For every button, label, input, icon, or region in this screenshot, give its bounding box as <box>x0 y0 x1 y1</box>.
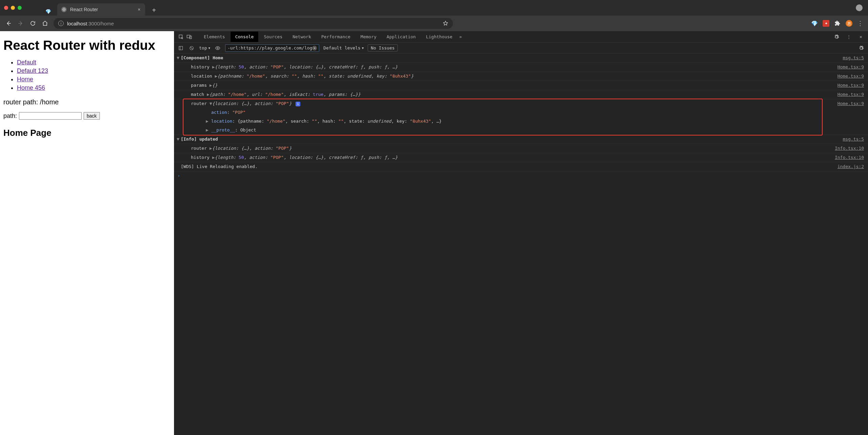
tab-close-icon[interactable]: × <box>138 7 140 12</box>
page-subtitle: Home Page <box>3 128 171 138</box>
browser-tab-active[interactable]: React Router × <box>57 3 145 16</box>
source-link[interactable]: msg.ts:5 <box>839 136 864 143</box>
log-row-expanded[interactable]: router ▼{location: {…}, action: "POP"} i… <box>174 99 868 108</box>
list-item: Default 123 <box>17 67 171 75</box>
source-link[interactable]: Home.tsx:9 <box>834 100 864 107</box>
url-text: localhost:3000/home <box>67 21 114 26</box>
log-label: match <box>191 92 204 97</box>
chrome-menu-icon[interactable]: ⋮ <box>857 20 863 27</box>
log-group-header[interactable]: ▼ [Info] updated msg.ts:5 <box>174 135 868 144</box>
console-log-area[interactable]: ▼ [Component] Home msg.ts:5 history ▶{le… <box>174 54 868 435</box>
rendered-page: React Router with redux Default Default … <box>0 31 174 435</box>
tab-lighthouse[interactable]: Lighthouse <box>421 32 457 42</box>
device-toolbar-icon[interactable] <box>186 33 193 41</box>
page-title: React Router with redux <box>3 38 171 53</box>
content-split: React Router with redux Default Default … <box>0 31 868 435</box>
devtools-close-icon[interactable]: ✕ <box>857 33 865 41</box>
source-link[interactable]: Info.tsx:10 <box>831 154 864 161</box>
devtools-menu-icon[interactable]: ⋮ <box>845 33 852 41</box>
extensions-puzzle-icon[interactable] <box>834 20 841 27</box>
log-row[interactable]: location ▶{pathname: "/home", search: ""… <box>174 72 868 81</box>
tab-network[interactable]: Network <box>288 32 316 42</box>
execution-context-selector[interactable]: top ▼ <box>199 45 210 50</box>
list-item: Default <box>17 59 171 66</box>
address-bar[interactable]: i localhost:3000/home <box>53 18 453 29</box>
minimize-window-button[interactable] <box>11 6 15 10</box>
extension-red-icon[interactable]: ✦ <box>823 20 829 27</box>
home-button[interactable] <box>41 20 49 27</box>
tab-performance[interactable]: Performance <box>317 32 355 42</box>
more-tabs-icon[interactable]: » <box>459 34 462 39</box>
log-text: [WDS] Live Reloading enabled. <box>181 164 258 169</box>
titlebar: 💎 React Router × + <box>0 0 868 16</box>
log-label: router <box>191 101 207 106</box>
clear-filter-icon[interactable]: ✕ <box>312 46 317 50</box>
link-default-123[interactable]: Default 123 <box>17 67 48 74</box>
back-button[interactable] <box>5 20 12 27</box>
svg-point-6 <box>217 47 218 49</box>
path-label: path: <box>3 112 17 120</box>
extension-gem-icon[interactable]: 💎 <box>811 20 818 27</box>
site-info-icon[interactable]: i <box>58 21 64 26</box>
console-prompt[interactable]: › <box>174 171 868 180</box>
tab-title: React Router <box>70 7 134 12</box>
log-label: params <box>191 83 207 88</box>
devtools-settings-icon[interactable] <box>833 33 840 41</box>
forward-button[interactable] <box>17 20 24 27</box>
tab-elements[interactable]: Elements <box>199 32 230 42</box>
info-badge-icon[interactable]: i <box>296 102 300 106</box>
log-row[interactable]: [WDS] Live Reloading enabled. index.js:2 <box>174 162 868 171</box>
log-row-detail[interactable]: action: "POP" <box>174 108 868 117</box>
pinned-tab-gem-icon[interactable]: 💎 <box>45 9 51 14</box>
window-controls <box>4 6 22 10</box>
live-expression-icon[interactable] <box>214 45 221 51</box>
profile-avatar-icon[interactable] <box>856 4 863 11</box>
close-window-button[interactable] <box>4 6 8 10</box>
console-toolbar: top ▼ -url:https://play.google.com/log ✕… <box>174 43 868 54</box>
toggle-sidebar-icon[interactable] <box>177 45 184 51</box>
inspect-element-icon[interactable] <box>177 33 185 41</box>
source-link[interactable]: index.js:2 <box>834 163 864 170</box>
extension-orange-icon[interactable]: 悠 <box>846 20 852 27</box>
source-link[interactable]: Home.tsx:9 <box>834 91 864 98</box>
log-row[interactable]: history ▶{length: 50, action: "POP", loc… <box>174 153 868 162</box>
source-link[interactable]: msg.ts:5 <box>839 55 864 61</box>
source-link[interactable]: Home.tsx:9 <box>834 82 864 89</box>
back-button-form[interactable]: back <box>84 112 100 120</box>
source-link[interactable]: Home.tsx:9 <box>834 64 864 70</box>
tab-strip: 💎 React Router × + <box>45 0 156 16</box>
log-row[interactable]: router ▶{location: {…}, action: "POP"} I… <box>174 144 868 153</box>
source-link[interactable]: Home.tsx:9 <box>834 73 864 80</box>
log-row[interactable]: params ▶{} Home.tsx:9 <box>174 81 868 90</box>
source-link[interactable]: Info.tsx:10 <box>831 145 864 152</box>
tab-memory[interactable]: Memory <box>356 32 381 42</box>
url-path: :3000/home <box>87 21 114 26</box>
link-home-456[interactable]: Home 456 <box>17 84 45 91</box>
url-host: localhost <box>67 21 87 26</box>
favicon-globe-icon <box>61 7 67 12</box>
new-tab-button[interactable]: + <box>152 6 156 14</box>
issues-badge[interactable]: No Issues <box>368 44 397 51</box>
log-row[interactable]: match ▶{path: "/home", url: "/home", isE… <box>174 90 868 99</box>
reload-button[interactable] <box>29 20 37 27</box>
log-levels-selector[interactable]: Default levels ▼ <box>323 45 364 50</box>
link-default[interactable]: Default <box>17 59 36 66</box>
log-row-detail[interactable]: ▶ __proto__: Object <box>174 126 868 135</box>
bookmark-star-icon[interactable] <box>443 21 448 26</box>
log-group-header[interactable]: ▼ [Component] Home msg.ts:5 <box>174 54 868 63</box>
clear-console-icon[interactable] <box>188 45 195 51</box>
log-row-detail[interactable]: ▶ location: {pathname: "/home", search: … <box>174 117 868 126</box>
log-text: [Component] Home <box>181 55 223 60</box>
svg-rect-4 <box>179 46 183 50</box>
link-home[interactable]: Home <box>17 76 33 83</box>
maximize-window-button[interactable] <box>18 6 22 10</box>
tab-application[interactable]: Application <box>382 32 420 42</box>
console-filter-input[interactable]: -url:https://play.google.com/log ✕ <box>225 44 319 52</box>
console-settings-icon[interactable] <box>858 45 865 51</box>
path-input[interactable] <box>19 112 82 120</box>
tab-console[interactable]: Console <box>231 32 259 42</box>
tab-sources[interactable]: Sources <box>259 32 287 42</box>
browser-window: 💎 React Router × + i <box>0 0 868 435</box>
context-label: top <box>199 45 207 50</box>
log-row[interactable]: history ▶{length: 50, action: "POP", loc… <box>174 63 868 72</box>
